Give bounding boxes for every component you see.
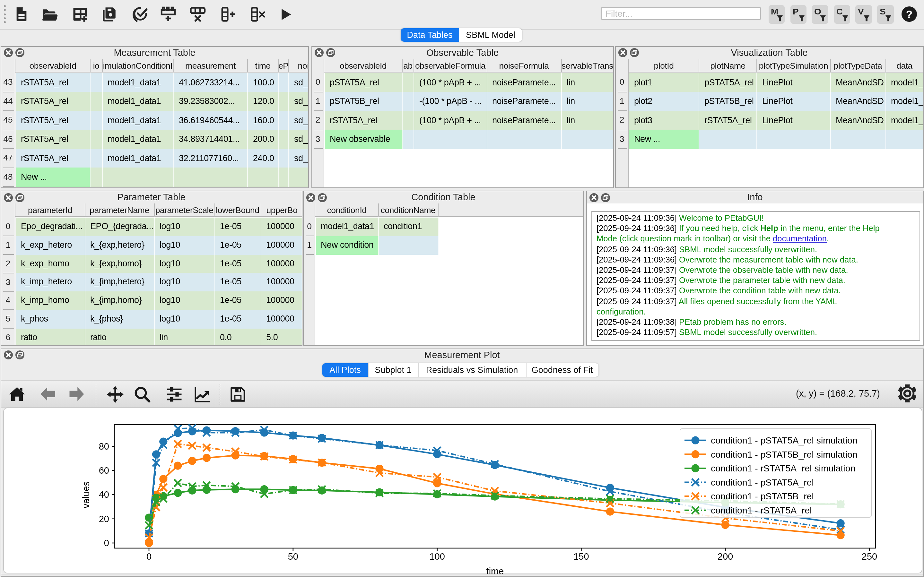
svg-text:0: 0 [104, 538, 109, 548]
svg-text:0: 0 [146, 551, 151, 562]
svg-text:80: 80 [98, 441, 109, 451]
svg-text:150: 150 [573, 551, 589, 562]
svg-text:250: 250 [861, 551, 877, 562]
svg-text:condition1 - rSTAT5A_rel simul: condition1 - rSTAT5A_rel simulation [711, 463, 855, 473]
svg-text:20: 20 [98, 514, 109, 524]
svg-text:100: 100 [429, 551, 444, 562]
svg-text:60: 60 [98, 465, 109, 475]
svg-text:condition1 - pSTAT5A_rel simul: condition1 - pSTAT5A_rel simulation [711, 435, 857, 445]
svg-text:40: 40 [98, 489, 109, 500]
svg-text:condition1 - rSTAT5A_rel: condition1 - rSTAT5A_rel [711, 505, 812, 516]
svg-text:condition1 - pSTAT5B_rel: condition1 - pSTAT5B_rel [711, 491, 814, 501]
svg-text:values: values [81, 481, 91, 508]
svg-text:condition1 - pSTAT5A_rel: condition1 - pSTAT5A_rel [711, 477, 814, 487]
svg-text:50: 50 [288, 551, 298, 562]
svg-text:condition1 - pSTAT5B_rel simul: condition1 - pSTAT5B_rel simulation [711, 449, 857, 459]
svg-text:200: 200 [717, 551, 733, 562]
